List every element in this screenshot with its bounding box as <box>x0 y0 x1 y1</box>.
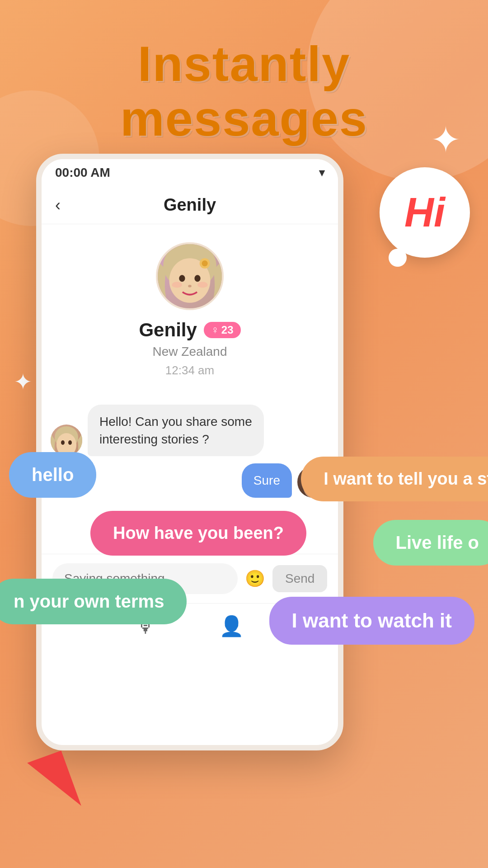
sparkle-icon-mid-left: ✦ <box>14 371 33 393</box>
profile-section: Genily ♀ 23 New Zealand 12:34 am <box>42 224 338 396</box>
nav-title: Genily <box>164 195 216 215</box>
emoji-button[interactable]: 🙂 <box>245 569 265 588</box>
heading-line2: messages <box>0 91 488 146</box>
heading-area: Instantly messages <box>0 36 488 146</box>
svg-point-5 <box>172 282 182 288</box>
badge-icon: ♀ <box>211 324 219 336</box>
hi-speech-bubble: Hi <box>380 167 470 258</box>
message-row: Hello! Can you share someinteresting sto… <box>51 405 329 456</box>
message-bubble-sent: Sure <box>242 463 292 497</box>
profile-badge: ♀ 23 <box>204 322 241 338</box>
svg-point-6 <box>197 282 208 288</box>
float-bubble-hello: hello <box>9 452 96 498</box>
profile-location: New Zealand <box>51 344 329 359</box>
profile-name-row: Genily ♀ 23 <box>51 319 329 341</box>
sender-avatar-img <box>51 425 82 456</box>
nav-bar: ‹ Genily <box>42 186 338 224</box>
svg-point-4 <box>188 285 192 288</box>
status-time: 00:00 AM <box>55 165 110 180</box>
profile-time: 12:34 am <box>51 363 329 377</box>
svg-point-11 <box>61 440 65 445</box>
svg-point-12 <box>68 440 72 445</box>
send-button[interactable]: Send <box>272 565 327 592</box>
float-bubble-own-terms: n your own terms <box>0 579 187 624</box>
float-live-life-text: Live life o <box>396 533 479 552</box>
profile-icon[interactable]: 👤 <box>219 614 244 638</box>
wifi-icon: ▾ <box>319 166 324 179</box>
float-bubble-how-have: How have you been? <box>90 511 306 556</box>
avatar-svg <box>158 242 222 310</box>
message-text-sent: Sure <box>253 473 280 487</box>
profile-avatar <box>156 242 224 310</box>
float-tell-text: I want to tell you a st <box>324 469 488 488</box>
phone-mockup: 00:00 AM ▾ ‹ Genily <box>36 154 343 750</box>
badge-count: 23 <box>221 324 234 336</box>
hi-text: Hi <box>404 189 445 236</box>
message-text: Hello! Can you share someinteresting sto… <box>99 415 252 446</box>
back-button[interactable]: ‹ <box>55 196 61 215</box>
decorative-arrow <box>27 750 81 818</box>
float-own-terms-text: n your own terms <box>14 591 164 611</box>
float-hello-text: hello <box>32 465 74 485</box>
float-how-have-text: How have you been? <box>113 524 284 542</box>
svg-point-8 <box>202 260 208 266</box>
sender-avatar <box>51 425 82 456</box>
svg-point-2 <box>179 275 185 282</box>
profile-name: Genily <box>139 319 197 341</box>
float-bubble-tell: I want to tell you a st <box>301 457 488 501</box>
float-bubble-live-life: Live life o <box>373 520 488 566</box>
float-bubble-watch-it: I want to watch it <box>269 597 474 645</box>
float-watch-it-text: I want to watch it <box>292 609 452 632</box>
message-bubble-received: Hello! Can you share someinteresting sto… <box>88 405 264 456</box>
status-bar: 00:00 AM ▾ <box>42 159 338 186</box>
heading-line1: Instantly <box>0 36 488 91</box>
svg-point-3 <box>194 275 200 282</box>
